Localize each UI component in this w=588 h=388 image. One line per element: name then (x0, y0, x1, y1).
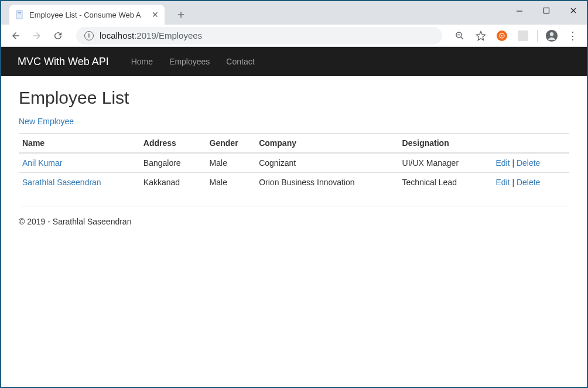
new-employee-link[interactable]: New Employee (19, 117, 74, 126)
employee-table: Name Address Gender Company Designation … (19, 133, 569, 192)
navbar-brand[interactable]: MVC With Web API (18, 56, 109, 68)
table-row: Sarathlal Saseendran Kakkanad Male Orion… (19, 173, 569, 192)
table-row: Anil Kumar Bangalore Male Cognizant UI/U… (19, 153, 569, 173)
back-button[interactable] (7, 27, 25, 45)
th-gender: Gender (206, 134, 256, 154)
edit-link[interactable]: Edit (495, 178, 510, 187)
forward-button[interactable] (28, 27, 46, 45)
page-title: Employee List (19, 88, 569, 108)
new-tab-button[interactable]: ＋ (175, 6, 187, 22)
toolbar-right-icons: ⋮ (452, 28, 581, 44)
window-maximize-button[interactable] (533, 1, 560, 20)
browser-tab[interactable]: Employee List - Consume Web A ✕ (9, 5, 165, 25)
edit-link[interactable]: Edit (495, 158, 510, 168)
th-designation: Designation (399, 134, 493, 154)
extension-orange-icon[interactable] (494, 28, 510, 44)
cell-designation: Technical Lead (399, 173, 493, 192)
cell-designation: UI/UX Manager (399, 153, 493, 173)
site-info-icon[interactable]: i (84, 31, 94, 40)
svg-rect-5 (544, 8, 549, 13)
th-address: Address (140, 134, 206, 154)
address-bar[interactable]: i localhost:2019/Employees (76, 27, 442, 45)
zoom-icon[interactable] (452, 28, 468, 44)
browser-titlebar: Employee List - Consume Web A ✕ ＋ (1, 1, 587, 25)
delete-link[interactable]: Delete (517, 158, 540, 168)
svg-rect-3 (18, 15, 21, 15)
th-name: Name (19, 134, 140, 154)
tab-close-icon[interactable]: ✕ (152, 10, 159, 19)
cell-company: Cognizant (255, 153, 398, 173)
svg-point-12 (501, 35, 502, 36)
footer-divider (19, 206, 569, 206)
cell-address: Bangalore (140, 153, 206, 173)
cell-actions: Edit | Delete (492, 173, 569, 192)
window-minimize-button[interactable] (506, 1, 533, 20)
extension-grey-icon[interactable] (515, 28, 531, 44)
th-company: Company (255, 134, 398, 154)
svg-line-9 (461, 37, 463, 39)
table-header-row: Name Address Gender Company Designation (19, 134, 569, 154)
footer-text: © 2019 - Sarathlal Saseendran (19, 217, 569, 226)
nav-link-employees[interactable]: Employees (169, 57, 210, 66)
reload-button[interactable] (49, 27, 67, 45)
window-controls (506, 1, 587, 20)
browser-toolbar: i localhost:2019/Employees ⋮ (1, 25, 587, 47)
tab-title: Employee List - Consume Web A (29, 11, 147, 19)
cell-gender: Male (206, 173, 256, 192)
delete-link[interactable]: Delete (517, 178, 540, 187)
page-viewport: MVC With Web API Home Employees Contact … (1, 47, 587, 238)
svg-rect-2 (18, 13, 21, 14)
window-close-button[interactable] (560, 1, 587, 20)
app-navbar: MVC With Web API Home Employees Contact (1, 47, 587, 76)
tab-favicon-icon (15, 10, 25, 19)
cell-gender: Male (206, 153, 256, 173)
cell-actions: Edit | Delete (492, 153, 569, 173)
nav-link-home[interactable]: Home (131, 57, 153, 66)
action-separator: | (510, 178, 517, 187)
toolbar-divider (537, 30, 538, 42)
nav-link-contact[interactable]: Contact (226, 57, 254, 66)
th-actions (492, 134, 569, 154)
browser-menu-icon[interactable]: ⋮ (565, 28, 581, 44)
action-separator: | (510, 158, 517, 168)
employee-name-link[interactable]: Sarathlal Saseendran (22, 178, 101, 187)
employee-name-link[interactable]: Anil Kumar (22, 158, 62, 168)
url-text: localhost:2019/Employees (100, 30, 202, 40)
cell-address: Kakkanad (140, 173, 206, 192)
cell-company: Orion Business Innovation (255, 173, 398, 192)
svg-rect-1 (18, 12, 21, 13)
profile-avatar-icon[interactable] (543, 28, 560, 44)
page-container: Employee List New Employee Name Address … (1, 76, 587, 238)
svg-point-14 (550, 32, 553, 36)
bookmark-star-icon[interactable] (473, 28, 489, 44)
